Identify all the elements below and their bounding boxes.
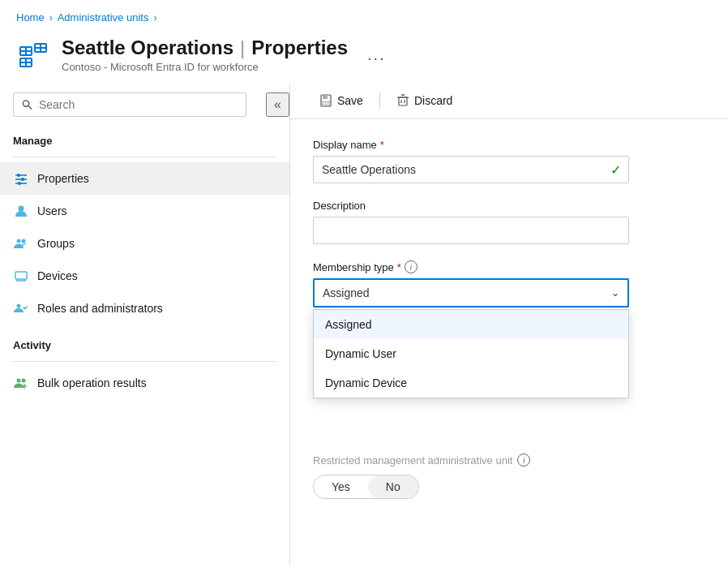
manage-section-label: Manage [0,127,289,152]
svg-point-17 [19,206,24,212]
sidebar-item-label-groups: Groups [37,237,75,250]
svg-rect-29 [322,101,330,105]
manage-divider [13,157,276,157]
display-name-check-icon: ✓ [610,162,621,178]
sidebar-item-users[interactable]: Users [0,195,289,227]
sidebar-item-roles[interactable]: Roles and administrators [0,292,289,325]
discard-label: Discard [414,94,452,107]
membership-type-dropdown-button[interactable]: Assigned ⌄ [313,278,629,308]
header-pipe: | [240,37,245,59]
toolbar-separator [379,92,380,109]
page-icon [16,38,50,72]
activity-section-label: Activity [0,331,289,356]
sliders-icon [13,170,29,187]
discard-icon [396,94,409,107]
sidebar-item-groups[interactable]: Groups [0,227,289,260]
sidebar-item-label-bulk: Bulk operation results [37,376,147,389]
svg-rect-28 [323,95,328,99]
header-subtitle: Contoso - Microsoft Entra ID for workfor… [62,61,348,73]
save-button[interactable]: Save [310,89,373,112]
restricted-group: Restricted management administrative uni… [313,454,705,499]
membership-required: * [397,261,401,273]
display-name-required: * [380,139,384,151]
sidebar-item-devices[interactable]: Devices [0,260,289,292]
toolbar: Save Discard [290,83,728,119]
yes-button[interactable]: Yes [314,475,368,498]
content-area: Save Discard Display name * [290,83,728,566]
membership-option-dynamic-user[interactable]: Dynamic User [314,339,628,368]
roles-icon [13,300,29,316]
sidebar-item-label-devices: Devices [37,269,78,282]
membership-info-icon[interactable]: i [405,260,418,273]
no-button[interactable]: No [368,475,418,498]
restricted-info-icon[interactable]: i [517,454,530,467]
membership-type-label: Membership type * i [313,260,705,273]
chevron-down-icon: ⌄ [611,287,619,299]
svg-point-14 [21,178,24,181]
sidebar-item-label-properties: Properties [37,172,89,185]
device-icon [13,268,29,284]
more-options-button[interactable]: ... [367,45,386,64]
svg-point-18 [17,239,21,243]
membership-option-dynamic-device[interactable]: Dynamic Device [314,368,628,398]
main-layout: « Manage Properties [0,83,728,566]
breadcrumb-admin-units[interactable]: Administrative units [58,11,149,24]
page-title: Seattle Operations | Properties [62,37,348,59]
sidebar-item-label-roles: Roles and administrators [37,302,163,315]
svg-rect-20 [15,272,27,279]
description-label: Description [313,200,705,212]
description-input[interactable] [313,217,629,244]
svg-point-12 [17,174,20,177]
svg-line-10 [28,106,32,110]
svg-point-19 [22,239,26,243]
user-icon [13,203,29,219]
svg-point-24 [17,304,21,308]
membership-type-dropdown-list: Assigned Dynamic User Dynamic Device [313,309,629,398]
display-name-input-wrapper: ✓ [313,156,629,183]
svg-point-26 [22,379,26,383]
save-icon [319,94,332,107]
svg-point-25 [17,379,21,383]
membership-type-selected: Assigned [323,286,370,299]
form-area: Display name * ✓ Description Membership … [290,119,728,566]
search-icon [22,99,32,110]
sidebar-item-properties[interactable]: Properties [0,162,289,195]
sidebar-collapse-button[interactable]: « [266,92,289,117]
membership-type-group: Membership type * i Assigned ⌄ Assigned … [313,260,705,308]
yes-no-toggle: Yes No [313,475,419,499]
display-name-input[interactable] [313,156,629,183]
save-label: Save [337,94,363,107]
breadcrumb-home[interactable]: Home [16,11,45,24]
breadcrumb: Home › Administrative units › [0,0,728,32]
svg-point-9 [23,101,28,106]
description-group: Description [313,200,705,244]
svg-rect-30 [399,97,407,105]
activity-divider [13,361,276,362]
membership-option-assigned[interactable]: Assigned [314,310,628,339]
breadcrumb-sep2: › [153,12,156,24]
restricted-label: Restricted management administrative uni… [313,454,705,467]
sidebar-item-bulk[interactable]: Bulk operation results [0,367,289,399]
group-icon [13,235,29,252]
bulk-icon [13,375,29,391]
sidebar: « Manage Properties [0,83,290,566]
sidebar-item-label-users: Users [37,204,67,217]
search-input[interactable] [39,98,238,111]
display-name-group: Display name * ✓ [313,139,705,183]
header-title: Seattle Operations [62,37,233,59]
discard-button[interactable]: Discard [387,89,462,112]
membership-type-dropdown: Assigned ⌄ Assigned Dynamic User Dynamic… [313,278,629,308]
page-header: Seattle Operations | Properties Contoso … [0,32,728,83]
search-bar[interactable] [13,92,246,117]
svg-point-16 [18,182,21,185]
header-section: Properties [251,37,348,59]
display-name-label: Display name * [313,139,705,151]
header-text: Seattle Operations | Properties Contoso … [62,37,348,73]
breadcrumb-sep1: › [49,12,53,24]
